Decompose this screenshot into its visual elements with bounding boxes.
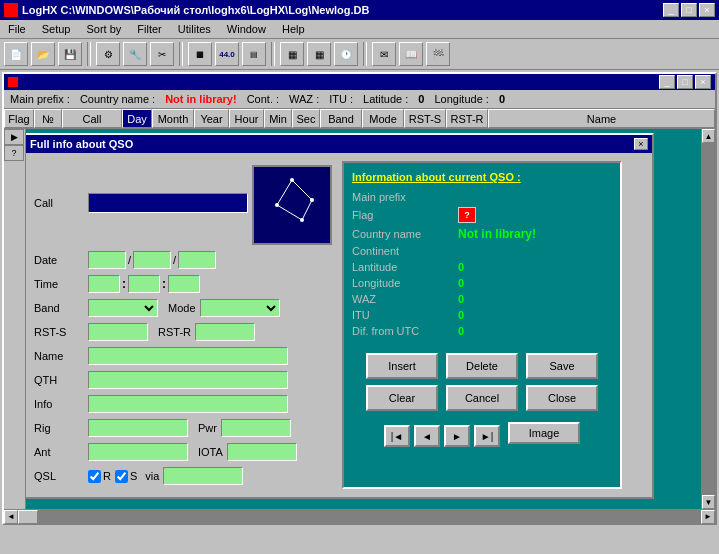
col-mode[interactable]: Mode [362,109,404,128]
col-day[interactable]: Day [122,109,152,128]
scroll-thumb-h[interactable] [18,510,38,524]
band-label: Band [34,302,84,314]
name-input[interactable] [88,347,288,365]
date-day-input[interactable] [88,251,126,269]
menu-sortby[interactable]: Sort by [82,22,125,36]
time-sep2: : [162,277,166,291]
close-dialog-button[interactable]: Close [526,385,598,411]
date-month-input[interactable] [133,251,171,269]
save-button[interactable]: 💾 [58,42,82,66]
grid3-button[interactable]: ▤ [242,42,266,66]
scroll-up-button[interactable]: ▲ [702,129,715,143]
cancel-button[interactable]: Cancel [446,385,518,411]
call-input[interactable] [88,193,248,213]
grid2-button[interactable]: 44.0 [215,42,239,66]
qth-input[interactable] [88,371,288,389]
pwr-label: Pwr [198,422,217,434]
sub-maximize-button[interactable]: □ [677,75,693,89]
tools2-button[interactable]: ✂ [150,42,174,66]
time-min-input[interactable] [128,275,160,293]
mode-select[interactable] [200,299,280,317]
s-checkbox[interactable] [115,470,128,483]
grid1-button[interactable]: ▦ [188,42,212,66]
col-month[interactable]: Month [152,109,194,128]
via-input[interactable] [163,467,243,485]
flag-button[interactable]: 🏁 [426,42,450,66]
menu-window[interactable]: Window [223,22,270,36]
time-hour-input[interactable] [88,275,120,293]
menu-file[interactable]: File [4,22,30,36]
email-button[interactable]: ✉ [372,42,396,66]
menu-setup[interactable]: Setup [38,22,75,36]
col-rst-s[interactable]: RST-S [404,109,446,128]
time-row: Time : : [34,275,334,293]
r-label: R [103,470,111,482]
info-country-key: Country name [352,228,452,240]
nav-prev-button[interactable]: ◄ [414,425,440,447]
ant-label: Ant [34,446,84,458]
new-button[interactable]: 📄 [4,42,28,66]
svg-point-8 [275,203,279,207]
insert-button[interactable]: Insert [366,353,438,379]
settings-button[interactable]: ⚙ [96,42,120,66]
save-dialog-button[interactable]: Save [526,353,598,379]
rst-r-input[interactable] [195,323,255,341]
maximize-button[interactable]: □ [681,3,697,17]
btn-row-2: Clear Cancel Close [352,385,612,411]
tools1-button[interactable]: 🔧 [123,42,147,66]
book-button[interactable]: 📖 [399,42,423,66]
scrollbar-right[interactable]: ▲ ▼ [701,129,715,509]
qso-dialog: Full info about QSO × Call [24,133,654,499]
col-sec[interactable]: Sec [292,109,320,128]
minimize-button[interactable]: _ [663,3,679,17]
col-year[interactable]: Year [194,109,229,128]
menu-filter[interactable]: Filter [133,22,165,36]
close-button[interactable]: × [699,3,715,17]
nav-last-button[interactable]: ►| [474,425,500,447]
rig-input[interactable] [88,419,188,437]
dialog-close-button[interactable]: × [634,138,648,150]
scroll-track-v [702,143,715,495]
scroll-right-button[interactable]: ► [701,510,715,524]
col-band[interactable]: Band [320,109,362,128]
r-checkbox[interactable] [88,470,101,483]
col-min[interactable]: Min [264,109,292,128]
col-name[interactable]: Name [488,109,715,128]
star-map-svg [257,170,327,240]
ant-input[interactable] [88,443,188,461]
qth-row: QTH [34,371,334,389]
image-button[interactable]: Image [508,422,580,444]
pwr-input[interactable] [221,419,291,437]
iota-input[interactable] [227,443,297,461]
col-flag[interactable]: Flag [4,109,34,128]
menu-utilites[interactable]: Utilites [174,22,215,36]
info-itu-key: ITU [352,309,452,321]
grid5-button[interactable]: ▦ [307,42,331,66]
info-dif-utc-val: 0 [458,325,464,337]
menu-help[interactable]: Help [278,22,309,36]
band-select[interactable] [88,299,158,317]
via-label: via [145,470,159,482]
scroll-left-button[interactable]: ◄ [4,510,18,524]
clear-button[interactable]: Clear [366,385,438,411]
open-button[interactable]: 📂 [31,42,55,66]
col-hour[interactable]: Hour [229,109,264,128]
col-call[interactable]: Call [62,109,122,128]
nav-next-button[interactable]: ► [444,425,470,447]
sub-minimize-button[interactable]: _ [659,75,675,89]
time-sec-input[interactable] [168,275,200,293]
grid4-button[interactable]: ▦ [280,42,304,66]
sub-close-button[interactable]: × [695,75,711,89]
col-rst-r[interactable]: RST-R [446,109,488,128]
rst-s-input[interactable] [88,323,148,341]
latitude-value: 0 [418,93,424,105]
scroll-down-button[interactable]: ▼ [702,495,715,509]
nav-first-button[interactable]: |◄ [384,425,410,447]
row-arrow: ▶ [4,129,24,145]
clock-button[interactable]: 🕐 [334,42,358,66]
date-year-input[interactable] [178,251,216,269]
info-input[interactable] [88,395,288,413]
delete-button[interactable]: Delete [446,353,518,379]
col-num[interactable]: № [34,109,62,128]
flag-indicator: ? [458,207,476,223]
